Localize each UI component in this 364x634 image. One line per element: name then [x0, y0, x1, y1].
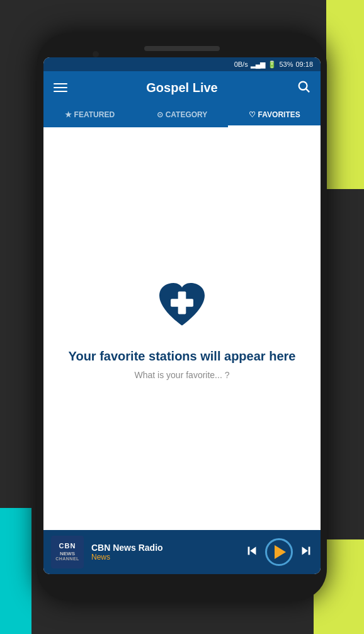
tab-favorites-label: FAVORITES: [258, 110, 300, 119]
screen: 0B/s ▂▄▆ 🔋 53% 09:18 Gospel Live: [43, 57, 321, 574]
battery-indicator: 🔋: [268, 61, 276, 69]
play-button[interactable]: [265, 538, 293, 566]
category-icon: ⊙: [157, 110, 163, 119]
svg-marker-4: [250, 546, 256, 555]
station-logo: CBN NEWS CHANNEL: [51, 536, 84, 568]
menu-button[interactable]: [54, 83, 67, 92]
time-display: 09:18: [295, 61, 313, 68]
svg-rect-5: [248, 546, 250, 555]
station-name: CBN News Radio: [91, 543, 237, 553]
svg-rect-7: [309, 546, 310, 555]
hamburger-line-1: [54, 83, 67, 84]
prev-button[interactable]: [245, 544, 259, 561]
tab-category[interactable]: ⊙ CATEGORY: [136, 104, 229, 127]
speaker: [144, 46, 220, 51]
tab-featured[interactable]: ★ FEATURED: [43, 104, 136, 127]
app-bar: Gospel Live: [43, 71, 321, 104]
hamburger-line-3: [54, 91, 67, 92]
camera-dot: [93, 51, 99, 57]
empty-state-title: Your favorite stations will appear here: [69, 349, 296, 364]
logo-channel: CHANNEL: [55, 556, 79, 562]
phone-frame: 0B/s ▂▄▆ 🔋 53% 09:18 Gospel Live: [37, 33, 327, 601]
logo-cbn: CBN: [59, 542, 76, 550]
bg-decoration-teal: [0, 508, 31, 634]
svg-rect-3: [171, 299, 193, 307]
search-button[interactable]: [297, 79, 310, 96]
tab-featured-label: FEATURED: [74, 110, 115, 119]
favorites-icon: ♡: [249, 110, 256, 119]
svg-marker-6: [302, 546, 308, 555]
station-genre: News: [91, 553, 237, 562]
station-info: CBN News Radio News: [91, 543, 237, 562]
next-button[interactable]: [299, 544, 313, 561]
status-bar: 0B/s ▂▄▆ 🔋 53% 09:18: [43, 57, 321, 71]
player-controls: [245, 538, 313, 566]
tab-bar: ★ FEATURED ⊙ CATEGORY ♡ FAVORITES: [43, 104, 321, 127]
signal-icon: ▂▄▆: [251, 61, 266, 69]
main-content: Your favorite stations will appear here …: [43, 127, 321, 530]
tab-favorites[interactable]: ♡ FAVORITES: [228, 104, 321, 127]
tab-category-label: CATEGORY: [166, 110, 208, 119]
app-title: Gospel Live: [146, 81, 217, 95]
logo-news: NEWS: [60, 551, 75, 557]
heart-cross-icon: [154, 277, 210, 334]
hamburger-line-2: [54, 87, 67, 88]
bottom-player: CBN NEWS CHANNEL CBN News Radio News: [43, 530, 321, 574]
data-speed: 0B/s: [234, 61, 248, 68]
svg-point-0: [299, 81, 307, 89]
svg-line-1: [306, 89, 309, 92]
featured-icon: ★: [65, 110, 72, 119]
empty-state-subtitle: What is your favorite... ?: [135, 370, 230, 380]
battery-percent: 53%: [279, 61, 293, 68]
bg-decoration-yellow: [326, 0, 364, 189]
